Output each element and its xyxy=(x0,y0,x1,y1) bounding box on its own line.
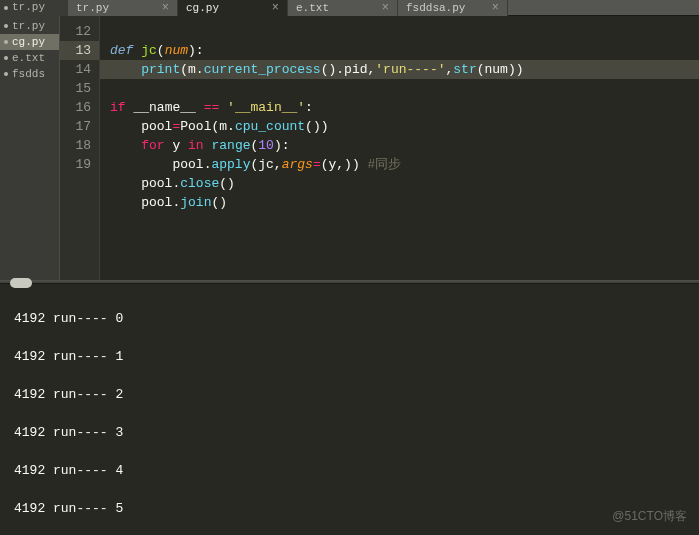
line-number: 18 xyxy=(75,138,91,153)
close-icon[interactable]: × xyxy=(382,1,389,15)
sidebar-item-tr-py[interactable]: tr.py xyxy=(0,18,59,34)
code-line-highlight: print(m.current_process().pid,'run----',… xyxy=(100,60,699,79)
line-number: 15 xyxy=(75,81,91,96)
output-line: 4192 run---- 2 xyxy=(14,385,699,404)
close-icon[interactable]: × xyxy=(492,1,499,15)
tab-e-txt[interactable]: e.txt × xyxy=(288,0,398,16)
line-number: 13 xyxy=(60,41,99,60)
code-line: for y in range(10): xyxy=(110,138,290,153)
code-line: def jc(num): xyxy=(110,43,204,58)
dot-icon xyxy=(4,72,8,76)
output-line: 4192 run---- 4 xyxy=(14,461,699,480)
dot-icon xyxy=(4,24,8,28)
sidebar-item-label: fsdds xyxy=(12,68,45,80)
close-icon[interactable]: × xyxy=(272,1,279,15)
tab-tr-py[interactable]: tr.py × xyxy=(68,0,178,16)
code-line: if __name__ == '__main__': xyxy=(110,100,313,115)
code-line: pool.apply(jc,args=(y,)) #同步 xyxy=(110,157,401,172)
sidebar-item-label: tr.py xyxy=(12,20,45,32)
sidebar-item-label: cg.py xyxy=(12,36,45,48)
sidebar-item-fsdds[interactable]: fsdds xyxy=(0,66,59,82)
tab-bar: tr.py × cg.py × e.txt × fsddsa.py × xyxy=(68,0,699,16)
close-icon[interactable]: × xyxy=(162,1,169,15)
line-number: 14 xyxy=(75,62,91,77)
sidebar-top-strip: tr.py xyxy=(0,0,68,16)
output-line: 4192 run---- 3 xyxy=(14,423,699,442)
line-number: 16 xyxy=(75,100,91,115)
dot-icon xyxy=(4,40,8,44)
watermark: @51CTO博客 xyxy=(612,508,687,525)
line-number: 17 xyxy=(75,119,91,134)
drag-handle-icon[interactable] xyxy=(10,278,32,288)
code-line: pool.close() xyxy=(110,176,235,191)
tab-label: tr.py xyxy=(76,2,109,14)
code-line: pool=Pool(m.cpu_count()) xyxy=(110,119,329,134)
output-panel[interactable]: 4192 run---- 0 4192 run---- 1 4192 run--… xyxy=(0,284,699,528)
tab-cg-py[interactable]: cg.py × xyxy=(178,0,288,16)
tab-fsddsa-py[interactable]: fsddsa.py × xyxy=(398,0,508,16)
tab-label: e.txt xyxy=(296,2,329,14)
editor-area: tr.py cg.py e.txt fsdds 12 13 14 15 16 1… xyxy=(0,16,699,280)
panel-divider[interactable] xyxy=(0,280,699,284)
tab-label: fsddsa.py xyxy=(406,2,465,14)
dot-icon xyxy=(4,56,8,60)
line-number: 12 xyxy=(75,24,91,39)
sidebar-item-label: e.txt xyxy=(12,52,45,64)
output-line: 4192 run---- 5 xyxy=(14,499,699,518)
open-files-sidebar: tr.py cg.py e.txt fsdds xyxy=(0,16,60,280)
output-line: 4192 run---- 1 xyxy=(14,347,699,366)
line-gutter: 12 13 14 15 16 17 18 19 xyxy=(60,16,100,280)
sidebar-item-e-txt[interactable]: e.txt xyxy=(0,50,59,66)
code-editor[interactable]: def jc(num): print(m.current_process().p… xyxy=(100,16,699,280)
code-line: pool.join() xyxy=(110,195,227,210)
sidebar-item-cg-py[interactable]: cg.py xyxy=(0,34,59,50)
output-line: 4192 run---- 0 xyxy=(14,309,699,328)
line-number: 19 xyxy=(75,157,91,172)
tab-label: cg.py xyxy=(186,2,219,14)
